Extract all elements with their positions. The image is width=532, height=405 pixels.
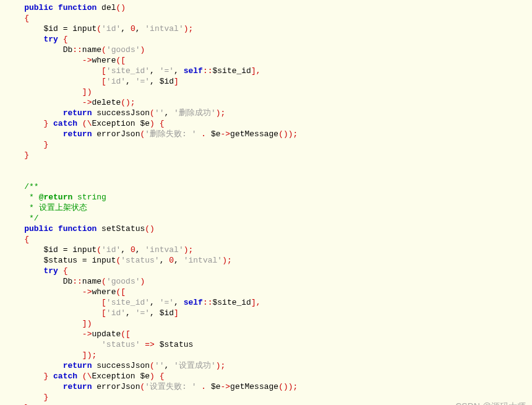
class-db: Db — [63, 277, 73, 286]
keyword-return: return — [63, 361, 92, 370]
comma: , — [135, 24, 145, 33]
assign: = — [58, 24, 72, 33]
brace: { — [58, 266, 68, 276]
bracket: ([ — [116, 56, 126, 65]
string: 'intval' — [145, 245, 183, 255]
bracket: ([ — [116, 287, 126, 297]
arrow: -> — [221, 129, 231, 139]
paren: ( — [97, 24, 101, 33]
string: '=' — [135, 308, 150, 318]
comma: , — [174, 298, 184, 307]
keyword-catch: catch — [48, 119, 82, 128]
arrow: -> — [82, 329, 92, 339]
paren: ( — [101, 45, 106, 54]
string: 'id' — [101, 24, 121, 33]
variable: $status — [160, 340, 194, 349]
arrow: -> — [82, 287, 92, 297]
number: 0 — [131, 245, 135, 255]
method: where — [92, 287, 116, 297]
string: 'site_id' — [106, 298, 150, 307]
keyword-function: function — [58, 224, 97, 233]
variable: $id — [160, 308, 174, 318]
string: '=' — [160, 66, 174, 76]
method: getMessage — [230, 129, 278, 139]
bracket: ([ — [121, 329, 131, 339]
bracket: ], — [251, 298, 261, 307]
variable: $id — [43, 245, 58, 255]
string: '删除失败: ' — [145, 129, 196, 139]
bracket: [ — [101, 298, 106, 307]
fat-arrow: => — [140, 340, 159, 349]
comma: , — [121, 245, 131, 255]
exception: Exception — [92, 119, 135, 128]
paren: (\ — [82, 119, 92, 128]
variable: $site_id — [213, 298, 251, 307]
exception: Exception — [92, 372, 135, 381]
string: '=' — [160, 298, 174, 307]
paren: ()); — [278, 382, 298, 391]
string: 'intval' — [184, 256, 222, 265]
paren: () — [116, 3, 126, 12]
string: '' — [155, 108, 165, 118]
bracket: ]) — [82, 319, 92, 328]
dcolon: :: — [203, 298, 213, 307]
string: 'intval' — [145, 24, 183, 33]
comma: , — [150, 77, 160, 86]
comma: , — [150, 66, 160, 76]
arrow: -> — [221, 382, 231, 391]
keyword-return: return — [63, 108, 92, 118]
number: 0 — [169, 256, 174, 265]
fn-input: input — [72, 24, 97, 33]
fn: successJson — [92, 108, 150, 118]
string: 'id' — [101, 245, 121, 255]
string: '设置成功' — [174, 361, 216, 370]
keyword-try: try — [43, 35, 58, 44]
variable: $e — [135, 119, 150, 128]
dcolon: :: — [72, 277, 82, 286]
bracket: ]); — [82, 351, 97, 360]
comma: , — [121, 24, 131, 33]
concat: . — [196, 382, 210, 391]
class-db: Db — [63, 45, 73, 54]
keyword-public: public — [24, 3, 53, 12]
variable: $e — [135, 372, 150, 381]
paren: ); — [216, 108, 226, 118]
method: name — [82, 277, 101, 286]
bracket: ]) — [82, 87, 92, 97]
method: name — [82, 45, 101, 54]
paren: () — [145, 224, 155, 233]
method: getMessage — [230, 382, 278, 391]
method: where — [92, 56, 116, 65]
function-name: setStatus — [101, 224, 145, 233]
concat: . — [196, 129, 210, 139]
string: 'site_id' — [106, 66, 150, 76]
paren: ) — [140, 45, 145, 54]
fn: errorJson — [92, 382, 140, 391]
comment: /** — [24, 182, 38, 191]
comment: * 设置上架状态 — [24, 203, 87, 212]
comment: * @return string — [24, 193, 106, 202]
keyword-public: public — [24, 224, 53, 233]
paren: ) { — [150, 372, 164, 381]
bracket: ], — [251, 66, 261, 76]
keyword-return: return — [63, 382, 92, 391]
paren: ); — [216, 361, 226, 370]
string: 'status' — [101, 340, 140, 349]
comma: , — [160, 256, 169, 265]
number: 0 — [131, 24, 135, 33]
brace: { — [24, 14, 29, 23]
fn-input: input — [72, 245, 97, 255]
comma: , — [164, 108, 174, 118]
paren: ( — [150, 108, 155, 118]
brace: { — [58, 35, 68, 44]
paren: ) { — [150, 119, 164, 128]
brace: } — [43, 140, 48, 149]
arrow: -> — [82, 56, 92, 65]
paren: ( — [150, 361, 155, 370]
comma: , — [174, 256, 184, 265]
string: '删除成功' — [174, 108, 216, 118]
assign: = — [77, 256, 92, 265]
paren: ) — [140, 277, 145, 286]
keyword-function: function — [58, 3, 97, 12]
brace: } — [24, 150, 29, 160]
